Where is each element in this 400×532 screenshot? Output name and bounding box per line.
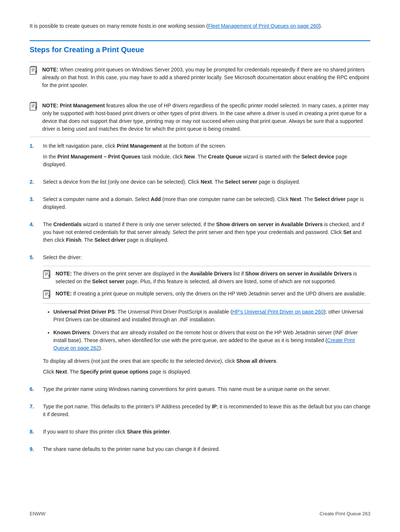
note-2-label: NOTE: xyxy=(42,103,59,108)
note-2-content: NOTE: Print Management features allow th… xyxy=(42,102,370,133)
step-5-note-1: NOTE: The drivers on the print server ar… xyxy=(43,270,370,285)
note-icon xyxy=(30,66,39,76)
intro-paragraph: It is possible to create queues on many … xyxy=(30,22,370,30)
step-5-para-1: Select the driver: xyxy=(43,254,370,261)
step-5-bullet-list: Universal Print Driver PS: The Universal… xyxy=(53,308,370,352)
step-5-note-1-label: NOTE: xyxy=(56,271,72,277)
step-4-content: The Credentials wizard is started if the… xyxy=(43,221,370,247)
bullet-upd: Universal Print Driver PS: The Universal… xyxy=(53,308,370,324)
note-1-content: NOTE: When creating print queues on Wind… xyxy=(42,66,370,89)
svg-rect-16 xyxy=(43,291,49,298)
step-5-notes-group: NOTE: The drivers on the print server ar… xyxy=(43,266,370,304)
step-1-para-1: In the left navigation pane, click Print… xyxy=(43,142,370,150)
svg-rect-11 xyxy=(43,271,49,278)
step-9-content: The share name defaults to the printer n… xyxy=(43,445,370,456)
step-5: 5. Select the driver: xyxy=(30,254,370,379)
step-1-number: 1. xyxy=(30,142,38,150)
upd-link[interactable]: HP's Universal Print Driver on page 260 xyxy=(232,309,324,315)
fleet-management-link[interactable]: Fleet Management of Print Queues on page… xyxy=(208,23,319,29)
step-6-content: Type the printer name using Windows nami… xyxy=(43,385,370,396)
step-3-content: Select a computer name and a domain. Sel… xyxy=(43,195,370,214)
step-9-para-1: The share name defaults to the printer n… xyxy=(43,445,370,453)
step-3: 3. Select a computer name and a domain. … xyxy=(30,195,370,214)
step-3-para-1: Select a computer name and a domain. Sel… xyxy=(43,195,370,211)
step-5-note-2-content: NOTE: If creating a print queue on multi… xyxy=(56,290,370,298)
page: It is possible to create queues on many … xyxy=(0,0,400,532)
step-7-number: 7. xyxy=(30,403,38,411)
step-2: 2. Select a device from the list (only o… xyxy=(30,178,370,189)
step-5-next: Click Next. The Specify print queue opti… xyxy=(43,368,370,376)
step-7-content: Type the port name. This defaults to the… xyxy=(43,403,370,421)
step-5-note-2: NOTE: If creating a print queue on multi… xyxy=(43,290,370,300)
step-5-note-2-text: If creating a print queue on multiple se… xyxy=(73,291,366,297)
step-2-number: 2. xyxy=(30,178,38,186)
step-5-content: Select the driver: xyxy=(43,254,370,379)
step-4-number: 4. xyxy=(30,221,38,228)
step-1: 1. In the left navigation pane, click Pr… xyxy=(30,142,370,171)
step-4: 4. The Credentials wizard is started if … xyxy=(30,221,370,247)
step-5-note-2-icon xyxy=(43,290,53,300)
step-2-para-1: Select a device from the list (only one … xyxy=(43,178,370,186)
step-6-para-1: Type the printer name using Windows nami… xyxy=(43,385,370,393)
bullet-known-drivers: Known Drivers: Drivers that are already … xyxy=(53,329,370,352)
step-5-note-1-icon xyxy=(43,270,53,280)
step-8-content: If you want to share this printer click … xyxy=(43,428,370,439)
step-9-number: 9. xyxy=(30,445,38,453)
step-8-number: 8. xyxy=(30,428,38,436)
note-icon-2 xyxy=(30,102,39,111)
step-5-show-all: To display all drivers (not just the one… xyxy=(43,357,370,365)
svg-rect-6 xyxy=(30,103,36,110)
svg-rect-1 xyxy=(30,67,36,74)
note-1-text: When creating print queues on Windows Se… xyxy=(42,67,369,88)
step-5-note-2-label: NOTE: xyxy=(56,291,72,297)
note-2: NOTE: Print Management features allow th… xyxy=(30,98,370,137)
step-7-para-1: Type the port name. This defaults to the… xyxy=(43,403,370,418)
step-2-content: Select a device from the list (only one … xyxy=(43,178,370,189)
step-9: 9. The share name defaults to the printe… xyxy=(30,445,370,456)
intro-text-after: ). xyxy=(319,23,322,29)
step-5-note-1-content: NOTE: The drivers on the print server ar… xyxy=(56,270,370,285)
note-2-text: Print Management features allow the use … xyxy=(42,103,369,132)
create-queue-link[interactable]: Create Print Queue on page 262 xyxy=(53,337,355,351)
step-1-content: In the left navigation pane, click Print… xyxy=(43,142,370,171)
step-7: 7. Type the port name. This defaults to … xyxy=(30,403,370,421)
note-1: NOTE: When creating print queues on Wind… xyxy=(30,62,370,93)
step-8-para-1: If you want to share this printer click … xyxy=(43,428,370,436)
step-5-note-1-text: The drivers on the print server are disp… xyxy=(56,271,357,284)
step-6: 6. Type the printer name using Windows n… xyxy=(30,385,370,396)
step-4-para-1: The Credentials wizard is started if the… xyxy=(43,221,370,244)
note-1-label: NOTE: xyxy=(42,67,59,73)
section-title: Steps for Creating a Print Queue xyxy=(30,40,370,55)
step-6-number: 6. xyxy=(30,385,38,393)
step-1-para-2: In the Print Management – Print Queues t… xyxy=(43,153,370,168)
step-8: 8. If you want to share this printer cli… xyxy=(30,428,370,439)
intro-text: It is possible to create queues on many … xyxy=(30,23,208,29)
footer: ENWW Create Print Queue 263 xyxy=(30,510,370,518)
step-3-number: 3. xyxy=(30,195,38,203)
footer-right: Create Print Queue 263 xyxy=(320,510,370,518)
footer-left: ENWW xyxy=(30,510,46,518)
top-notes-group: NOTE: When creating print queues on Wind… xyxy=(30,62,370,137)
step-5-number: 5. xyxy=(30,254,38,261)
steps-list: 1. In the left navigation pane, click Pr… xyxy=(30,142,370,456)
